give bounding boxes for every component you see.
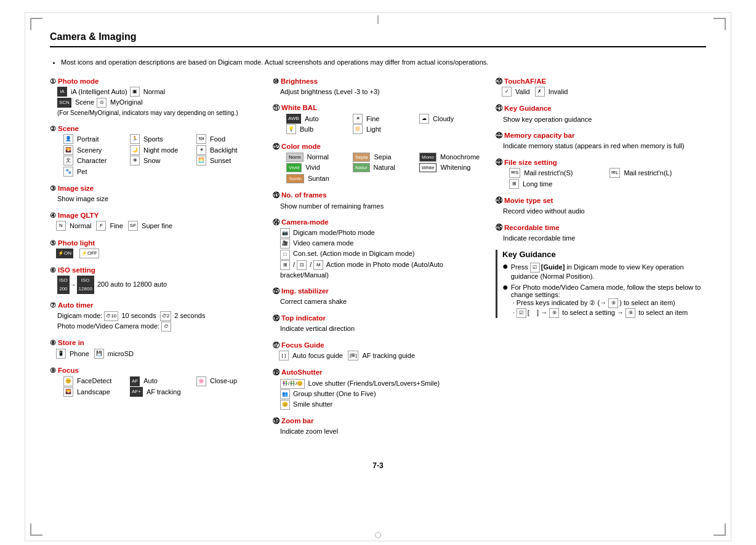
wb-auto-icon: AWB [286,114,301,124]
intro-bullet: Most icons and operation descriptions ar… [61,57,706,68]
timer2-icon: ⏱2 [160,311,171,321]
qlty-fine-icon: F [96,221,106,231]
main-content: ① Photo mode iA iA (Intelligent Auto) ▣ … [50,76,706,443]
qlty-superfine-icon: SF [128,221,138,231]
sec21-content: Show key operation guidance [496,114,706,125]
guide-icon: ☑ [530,263,540,272]
cm-suntan-label: Suntan [308,173,329,184]
fs-mail-s: ✉SMail restrict'n(S) [509,168,606,178]
focus-closeup: 🌸Close-up [196,376,260,386]
sec17-content: [ ]Auto focus guide [⊞]AF tracking guide [279,351,483,362]
long-icon: ⊞ [509,179,519,189]
night-icon: 🌙 [130,145,140,155]
bottom-center-mark [375,532,381,538]
wb-bulb-label: Bulb [300,124,313,135]
fg-auto-label: Auto focus guide [292,351,343,361]
sec4-content: NNormal FFine SFSuper fine [56,221,260,232]
kg-bullet2-dot: ● [502,282,509,292]
sec14-num: ⑭ [273,218,279,226]
sec6-num: ⑥ [50,266,56,274]
corner-mark-tl [30,18,42,30]
wb-auto-label: Auto [305,114,319,124]
scenery-icon: 🌄 [63,145,73,155]
section-color-mode: ⑫ Color mode NormNormal SepiaSepia MonoM… [273,141,483,185]
autotimer-photo: Photo mode/Video Camera mode: ⏱ [57,321,260,332]
scn-icon: SCN [57,98,71,108]
wb-light: 🔆Light [353,124,417,135]
sec12-title: Color mode [281,143,321,150]
scene-night: 🌙Night mode [130,145,194,156]
sec10-content: Adjust brightness (Level -3 to +3) [273,87,483,97]
conset-icon: □ [280,250,290,260]
scene-char: 文Character [63,156,127,166]
wb-cloudy: ☁Cloudy [419,114,483,124]
wb-cloudy-label: Cloudy [433,114,454,124]
microsd-icon: 💾 [94,349,104,359]
sec18-title: AutoShutter [281,368,322,376]
qlty-superfine-label: Super fine [142,221,172,231]
cm-natural-label: Natural [374,162,395,173]
sec16-content: Indicate vertical direction [273,324,483,334]
action3-icon: M [313,260,323,270]
sec7-num: ⑦ [50,301,56,309]
top-center-mark [377,15,379,24]
section-white-bal: ⑪ White BAL AWBAuto ☀Fine ☁Cloudy 💡Bulb … [273,103,483,135]
mail-l-label: Mail restrict'n(L) [624,168,672,178]
kg-bullet-2: ● For Photo mode/Video Camera mode, foll… [502,284,706,318]
wb-bulb: 💡Bulb [286,124,350,135]
section-scene: ② Scene 👤Portrait 🏃Sports 🍽Food 🌄Scenery… [50,124,260,177]
sec2-content: 👤Portrait 🏃Sports 🍽Food 🌄Scenery 🌙Night … [50,134,260,177]
normal-icon: ▣ [130,87,140,97]
cm-digicam: 📷 Digicam mode/Photo mode [280,228,483,238]
focus-aftrack: AF+AF tracking [130,387,194,397]
as-smile-icon: 😊 [280,400,290,410]
sec3-title: Image size [58,185,94,192]
section-brightness: ⑩ Brightness Adjust brightness (Level -3… [273,76,483,97]
sec15-title: Img. stabilizer [281,287,329,295]
as-love-icon: 👫/👬/😊 [280,379,305,389]
sec22-num: ㉒ [496,132,502,139]
char-icon: 文 [63,156,73,165]
as-group: 👥 Group shutter (One to Five) [280,389,483,399]
column-2: ⑩ Brightness Adjust brightness (Level -3… [273,76,483,443]
section-zoom-bar: ⑲ Zoom bar Indicate zoom level [273,416,483,437]
wb-cloudy-icon: ☁ [419,114,429,124]
af-label: Auto [143,376,158,386]
sec24-title: Movie type set [504,197,553,204]
sec4-num: ④ [50,212,56,219]
taf-valid-label: Valid [515,87,530,97]
sec22-title: Memory capacity bar [504,132,574,139]
face-icon: 😊 [63,376,73,386]
sec1-content: iA iA (Intelligent Auto) ▣ Normal SCN Sc… [50,87,260,117]
landscape-label: Landscape [77,387,110,397]
cm-natural-badge: Natur [353,163,370,172]
as-love: 👫/👬/😊 Love shutter (Friends/Lovers/Lover… [280,378,483,389]
sec11-title: White BAL [281,104,317,111]
qlty-normal: NNormal [56,221,91,231]
scene-snow: ❄Snow [130,156,194,166]
btn-icon4: ⑨ [625,308,635,318]
phone-icon: 📱 [56,349,66,359]
btn-icon2: ☑ [517,308,526,318]
sec25-num: ㉕ [496,224,502,231]
taf-valid: ✓Valid [502,87,530,97]
scene-sunset: 🌅Sunset [196,156,260,166]
closeup-label: Close-up [210,376,237,386]
sec5-content: ⚡ON ⚡OFF [56,249,260,259]
scene-sports: 🏃Sports [130,134,194,145]
myoriginal-label: MyOriginal [110,97,143,108]
btn-icon3: ⑨ [549,308,559,318]
sec16-title: Top indicator [281,314,326,322]
wb-fine-label: Fine [366,114,379,124]
cm-mono: MonoMonochrome [419,152,483,162]
scene-backlight: ☀Backlight [196,145,260,156]
qlty-superfine: SFSuper fine [128,221,172,231]
digicam-icon: 📷 [280,228,290,238]
kg-bullet-1: ● Press ☑[Guide] in Digicam mode to view… [502,263,706,280]
sec18-content: 👫/👬/😊 Love shutter (Friends/Lovers/Lover… [273,378,483,410]
sec16-num: ⑯ [273,314,279,322]
column-3: ⑳ TouchAF/AE ✓Valid ✗Invalid ㉑ Key Guida… [496,76,706,322]
pet-label: Pet [77,167,87,177]
qlty-normal-label: Normal [70,221,91,231]
corner-mark-bl [30,523,42,536]
